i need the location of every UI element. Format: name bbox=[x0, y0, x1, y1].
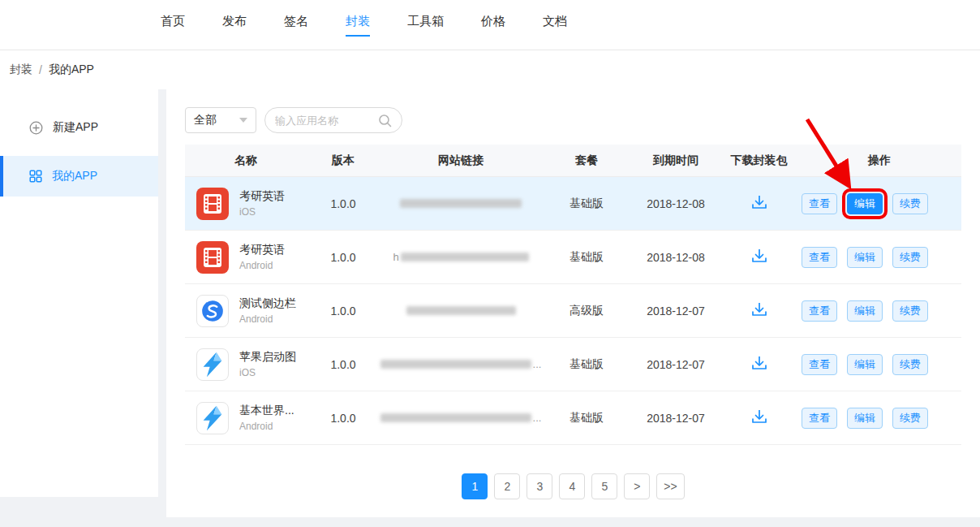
grid-icon bbox=[29, 170, 42, 183]
toolbar: 全部 bbox=[166, 89, 980, 133]
next-page-button[interactable]: > bbox=[624, 473, 650, 499]
blurred-url bbox=[406, 306, 516, 315]
expiry-date: 2018-12-07 bbox=[631, 412, 720, 425]
plan-badge: 基础版 bbox=[542, 197, 631, 211]
blurred-url bbox=[380, 413, 531, 422]
url-hint: ... bbox=[533, 412, 542, 424]
app-name-cell: 基本世界...Android bbox=[185, 402, 307, 434]
renew-button[interactable]: 续费 bbox=[892, 408, 928, 429]
edit-button[interactable]: 编辑 bbox=[847, 300, 883, 322]
table-row: 苹果启动图iOS1.0.0...基础版2018-12-07查看编辑续费 bbox=[185, 338, 961, 391]
page-button-3[interactable]: 3 bbox=[527, 473, 552, 499]
plan-badge: 高级版 bbox=[542, 304, 631, 318]
header-site-link: 网站链接 bbox=[380, 153, 542, 168]
header-download: 下载封装包 bbox=[720, 153, 797, 168]
nav-item[interactable]: 文档 bbox=[543, 14, 567, 37]
table-row: 基本世界...Android1.0.0...基础版2018-12-07查看编辑续… bbox=[185, 391, 961, 445]
plan-badge: 基础版 bbox=[542, 250, 631, 265]
pagination: 12345>>> bbox=[166, 473, 980, 499]
edit-button[interactable]: 编辑 bbox=[847, 354, 883, 375]
header-version: 版本 bbox=[307, 153, 380, 168]
url-hint: h bbox=[393, 251, 398, 263]
app-version: 1.0.0 bbox=[307, 412, 380, 425]
view-button[interactable]: 查看 bbox=[802, 247, 837, 268]
site-link-cell: ... bbox=[380, 412, 542, 424]
nav-item[interactable]: 价格 bbox=[481, 14, 505, 37]
view-button[interactable]: 查看 bbox=[802, 408, 837, 429]
download-icon[interactable] bbox=[750, 248, 768, 264]
sidebar-item-label: 我的APP bbox=[52, 169, 97, 184]
app-version: 1.0.0 bbox=[307, 358, 380, 371]
edit-button[interactable]: 编辑 bbox=[847, 193, 883, 214]
search-icon[interactable] bbox=[378, 114, 392, 127]
view-button[interactable]: 查看 bbox=[802, 193, 837, 214]
sidebar-item-new-app[interactable]: 新建APP bbox=[0, 107, 158, 148]
page-button-1[interactable]: 1 bbox=[462, 473, 488, 499]
renew-button[interactable]: 续费 bbox=[892, 247, 928, 268]
actions-cell: 查看编辑续费 bbox=[797, 408, 961, 429]
download-cell bbox=[720, 355, 797, 374]
category-select-value: 全部 bbox=[194, 113, 217, 127]
view-button[interactable]: 查看 bbox=[802, 300, 837, 322]
renew-button[interactable]: 续费 bbox=[892, 300, 928, 322]
page-button-4[interactable]: 4 bbox=[559, 473, 585, 499]
download-icon[interactable] bbox=[750, 301, 768, 317]
page-button-2[interactable]: 2 bbox=[494, 473, 520, 499]
download-icon[interactable] bbox=[750, 355, 768, 371]
edit-button[interactable]: 编辑 bbox=[847, 247, 883, 268]
app-table: 名称 版本 网站链接 套餐 到期时间 下载封装包 操作 考研英语iOS1.0.0… bbox=[185, 145, 961, 445]
expiry-date: 2018-12-07 bbox=[631, 305, 720, 317]
bolt-app-icon bbox=[196, 402, 229, 434]
actions-cell: 查看编辑续费 bbox=[797, 354, 961, 375]
actions-cell: 查看编辑续费 bbox=[797, 247, 961, 268]
renew-button[interactable]: 续费 bbox=[892, 193, 928, 214]
header-actions: 操作 bbox=[797, 153, 961, 168]
download-icon[interactable] bbox=[750, 408, 768, 425]
main-content: 全部 名称 版本 网站链接 套餐 到期时间 下载封装包 操作 考研英语iOS1.… bbox=[166, 89, 980, 517]
table-row: 测试侧边栏Android1.0.0高级版2018-12-07查看编辑续费 bbox=[185, 284, 961, 338]
header-plan: 套餐 bbox=[542, 153, 631, 168]
app-platform: iOS bbox=[239, 206, 285, 218]
last-page-button[interactable]: >> bbox=[656, 473, 684, 499]
chevron-down-icon bbox=[239, 118, 247, 123]
table-header: 名称 版本 网站链接 套餐 到期时间 下载封装包 操作 bbox=[185, 145, 961, 177]
blurred-url bbox=[380, 360, 531, 369]
nav-item[interactable]: 封装 bbox=[346, 14, 370, 37]
site-link-cell: ... bbox=[380, 358, 542, 370]
download-cell bbox=[720, 408, 797, 427]
app-name-cell: 考研英语Android bbox=[185, 241, 307, 274]
expiry-date: 2018-12-07 bbox=[631, 358, 720, 371]
category-select[interactable]: 全部 bbox=[185, 107, 256, 133]
nav-item[interactable]: 工具箱 bbox=[407, 14, 444, 37]
app-platform: Android bbox=[239, 260, 285, 271]
search-input[interactable] bbox=[275, 114, 373, 127]
app-name: 考研英语 bbox=[239, 189, 285, 204]
app-name-cell: 测试侧边栏Android bbox=[185, 295, 307, 327]
page-button-5[interactable]: 5 bbox=[591, 473, 617, 499]
table-body: 考研英语iOS1.0.0基础版2018-12-08查看编辑续费考研英语Andro… bbox=[185, 177, 961, 445]
edit-button[interactable]: 编辑 bbox=[847, 408, 883, 429]
app-name-cell: 苹果启动图iOS bbox=[185, 348, 307, 381]
app-version: 1.0.0 bbox=[307, 251, 380, 264]
sidebar: 新建APP 我的APP bbox=[0, 89, 158, 497]
breadcrumb-parent[interactable]: 封装 bbox=[10, 63, 32, 77]
view-button[interactable]: 查看 bbox=[802, 354, 837, 375]
app-name-cell: 考研英语iOS bbox=[185, 188, 307, 220]
nav-item[interactable]: 发布 bbox=[222, 14, 247, 37]
actions-cell: 查看编辑续费 bbox=[797, 193, 961, 214]
app-version: 1.0.0 bbox=[307, 197, 380, 210]
expiry-date: 2018-12-08 bbox=[631, 251, 720, 264]
sidebar-item-my-app[interactable]: 我的APP bbox=[0, 156, 158, 197]
site-link-cell bbox=[380, 199, 542, 208]
app-platform: iOS bbox=[239, 367, 296, 378]
table-row: 考研英语iOS1.0.0基础版2018-12-08查看编辑续费 bbox=[185, 177, 961, 231]
download-icon[interactable] bbox=[750, 194, 768, 210]
renew-button[interactable]: 续费 bbox=[892, 354, 928, 375]
blurred-url bbox=[400, 199, 522, 208]
nav-item[interactable]: 签名 bbox=[284, 14, 308, 37]
search-box bbox=[264, 107, 402, 133]
app-platform: Android bbox=[239, 313, 296, 325]
app-name: 苹果启动图 bbox=[239, 350, 296, 365]
table-row: 考研英语Android1.0.0h基础版2018-12-08查看编辑续费 bbox=[185, 231, 961, 284]
nav-item[interactable]: 首页 bbox=[161, 14, 185, 37]
